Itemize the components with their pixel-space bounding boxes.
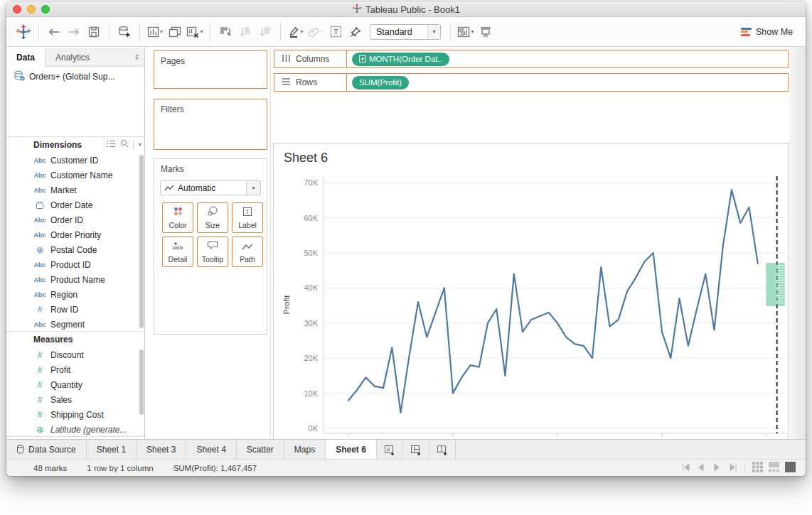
clear-sheet-button[interactable]: ▾ [186, 22, 204, 42]
view-as-list-icon[interactable] [106, 140, 116, 150]
fit-mode-dropdown[interactable]: Standard▾ [370, 24, 441, 40]
measure-latitude-generate[interactable]: ⊕Latitude (generate... [6, 422, 144, 437]
measure-discount[interactable]: #Discount [6, 347, 144, 362]
measure-sales[interactable]: #Sales [6, 392, 144, 407]
pane-control-icon[interactable]: ⇕ [134, 48, 144, 66]
sheet-tab-sheet-3[interactable]: Sheet 3 [137, 440, 186, 459]
globe-icon: ⊕ [31, 425, 49, 435]
save-button[interactable] [85, 22, 103, 42]
dimension-segment[interactable]: AbcSegment [6, 317, 144, 332]
presentation-mode-button[interactable] [476, 22, 495, 42]
mark-button-size[interactable]: Size [197, 202, 228, 233]
measures-header: Measures [6, 331, 144, 347]
dimension-customer-id[interactable]: AbcCustomer ID [6, 153, 144, 168]
dimensions-menu-chevron-icon[interactable]: ▾ [139, 141, 141, 148]
data-source-item[interactable]: Orders+ (Global Sup... [6, 68, 144, 85]
dimension-customer-name[interactable]: AbcCustomer Name [6, 168, 144, 183]
sheet-tab-sheet-6[interactable]: Sheet 6 [326, 440, 377, 459]
undo-button[interactable] [45, 22, 63, 42]
pill-sum-profit[interactable]: SUM(Profit) [352, 76, 409, 90]
toolbar-separator [450, 23, 451, 41]
measure-shipping-cost[interactable]: #Shipping Cost [6, 407, 144, 422]
abc-icon: Abc [31, 172, 49, 179]
group-members-button[interactable]: ▾ [306, 22, 325, 42]
mark-button-detail[interactable]: Detail [162, 237, 193, 267]
sort-ascending-button[interactable] [236, 22, 255, 42]
dimension-row-id[interactable]: #Row ID [6, 302, 144, 317]
sheet-tab-maps[interactable]: Maps [284, 440, 326, 459]
first-page-button[interactable] [680, 463, 690, 473]
chevron-down-icon[interactable]: ▾ [427, 25, 440, 39]
chevron-down-icon[interactable]: ▾ [471, 28, 474, 35]
new-dashboard-button[interactable] [403, 440, 429, 459]
highlight-button[interactable]: ▾ [287, 22, 305, 42]
mark-type-dropdown[interactable]: Automatic ▾ [160, 180, 261, 195]
fix-axes-button[interactable] [346, 22, 365, 42]
sheet-sorter-view-button[interactable] [752, 462, 763, 474]
dimension-order-id[interactable]: AbcOrder ID [6, 212, 144, 227]
pill-month-order-date[interactable]: MONTH(Order Dat.. [352, 53, 449, 66]
pages-shelf[interactable]: Pages [154, 50, 267, 89]
filmstrip-view-button[interactable] [769, 462, 779, 474]
show-hide-cards-button[interactable]: ▾ [456, 22, 475, 42]
dimensions-scrollbar[interactable] [139, 155, 144, 328]
filters-shelf[interactable]: Filters [154, 99, 267, 150]
dimension-postal-code[interactable]: ⊕Postal Code [6, 242, 144, 257]
chevron-down-icon[interactable]: ▾ [246, 181, 260, 195]
sheet-tab-scatter[interactable]: Scatter [237, 440, 284, 459]
data-pane: Data Analytics ⇕ Orders+ (Global Sup... … [6, 47, 145, 439]
tab-analytics[interactable]: Analytics [46, 48, 100, 66]
abc-icon: Abc [31, 261, 49, 269]
chevron-down-icon[interactable]: ▾ [200, 28, 203, 35]
new-story-button[interactable] [429, 440, 456, 459]
mark-type-value: Automatic [178, 183, 246, 193]
columns-shelf[interactable]: Columns MONTH(Order Dat.. [274, 50, 789, 68]
previous-page-button[interactable] [696, 463, 706, 473]
redo-button[interactable] [65, 22, 83, 42]
abc-icon: Abc [31, 187, 49, 194]
new-worksheet-button[interactable] [377, 440, 403, 459]
text-label-button[interactable]: T [326, 22, 345, 42]
dimension-product-id[interactable]: AbcProduct ID [6, 257, 144, 272]
profit-line-chart[interactable]: 0K10K20K30K40K50K60K70K20112012201320142… [274, 143, 788, 476]
dimension-region[interactable]: AbcRegion [6, 287, 144, 302]
mark-button-label[interactable]: TLabel [232, 202, 263, 233]
measure-profit[interactable]: #Profit [6, 362, 144, 377]
abc-icon: Abc [31, 157, 49, 164]
expand-plus-icon[interactable] [359, 55, 366, 63]
new-data-source-button[interactable] [115, 22, 134, 42]
mark-button-tooltip[interactable]: Tooltip [197, 237, 228, 267]
tab-data[interactable]: Data [6, 48, 46, 67]
mark-button-path[interactable]: Path [232, 237, 263, 267]
svg-text:30K: 30K [304, 319, 318, 327]
dimension-order-date[interactable]: Order Date [6, 197, 144, 212]
tableau-logo-button[interactable] [14, 22, 33, 42]
sheet-tab-sheet-1[interactable]: Sheet 1 [87, 440, 137, 459]
show-me-button[interactable]: Show Me [735, 24, 798, 40]
show-me-label: Show Me [756, 27, 793, 37]
sheet-tab-data-source[interactable]: Data Source [6, 440, 87, 459]
dimension-product-name[interactable]: AbcProduct Name [6, 272, 144, 287]
measures-scrollbar[interactable] [139, 349, 144, 415]
dimension-order-priority[interactable]: AbcOrder Priority [6, 227, 144, 242]
mark-button-color[interactable]: Color [162, 202, 193, 233]
measure-quantity[interactable]: #Quantity [6, 377, 144, 392]
swap-rows-columns-button[interactable] [216, 22, 235, 42]
duplicate-sheet-button[interactable] [166, 22, 184, 42]
sort-descending-button[interactable] [256, 22, 274, 42]
last-page-button[interactable] [727, 463, 737, 473]
sheet-tab-label: Sheet 3 [146, 445, 176, 455]
label-icon: T [242, 207, 252, 219]
chevron-down-icon[interactable]: ▾ [160, 28, 163, 35]
title-bar: Tableau Public - Book1 [6, 1, 806, 17]
view-mode-buttons [752, 462, 796, 474]
next-page-button[interactable] [712, 463, 722, 473]
abc-icon: Abc [31, 291, 49, 298]
chevron-down-icon[interactable]: ▾ [300, 28, 303, 35]
dimension-market[interactable]: AbcMarket [6, 183, 144, 197]
tabs-view-button[interactable] [785, 462, 796, 474]
sheet-tab-sheet-4[interactable]: Sheet 4 [186, 440, 236, 459]
rows-shelf[interactable]: Rows SUM(Profit) [274, 73, 789, 92]
new-worksheet-button[interactable]: ▾ [146, 22, 164, 42]
search-icon[interactable] [120, 139, 129, 150]
